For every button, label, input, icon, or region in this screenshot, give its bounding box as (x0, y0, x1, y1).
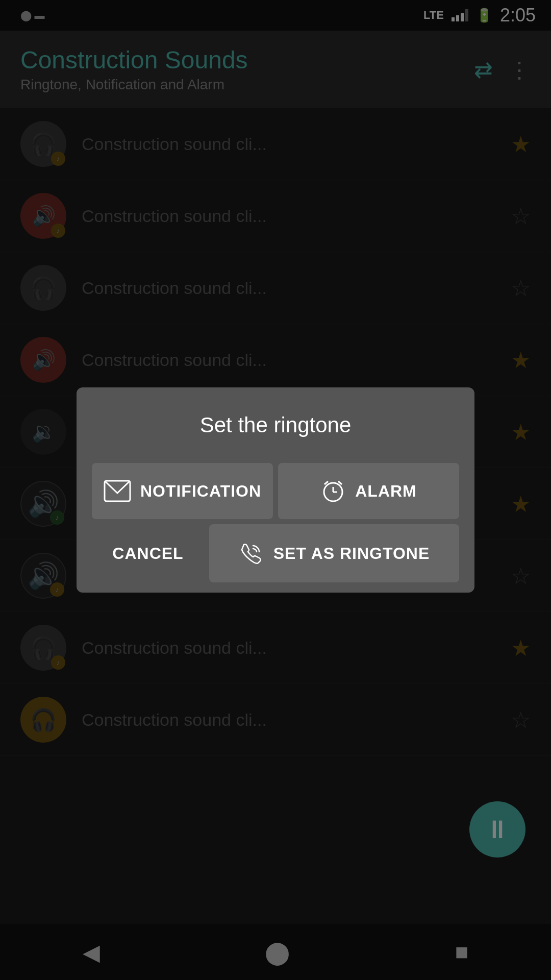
cancel-button[interactable]: CANCEL (92, 524, 204, 582)
phone-ring-icon (239, 541, 264, 566)
notification-label: NOTIFICATION (140, 482, 261, 501)
envelope-icon (104, 480, 131, 502)
dialog-options: NOTIFICATION ALARM (92, 463, 459, 519)
notification-button[interactable]: NOTIFICATION (92, 463, 273, 519)
dialog-footer: CANCEL SET AS RINGTONE (92, 524, 459, 582)
cancel-label: CANCEL (112, 544, 183, 562)
set-ringtone-label: SET AS RINGTONE (273, 544, 430, 563)
set-ringtone-button[interactable]: SET AS RINGTONE (209, 524, 459, 582)
dialog-overlay: Set the ringtone NOTIFICATION (0, 0, 551, 980)
alarm-button[interactable]: ALARM (278, 463, 459, 519)
alarm-icon (320, 478, 346, 504)
dialog-title: Set the ringtone (92, 413, 459, 437)
set-ringtone-dialog: Set the ringtone NOTIFICATION (77, 387, 474, 593)
alarm-label: ALARM (355, 482, 417, 501)
